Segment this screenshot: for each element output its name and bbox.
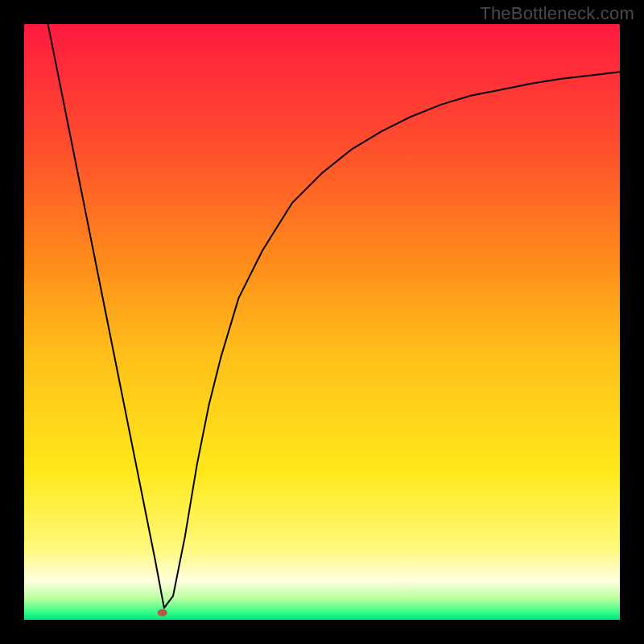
chart-svg (24, 24, 620, 620)
watermark-text: TheBottleneck.com (480, 3, 634, 24)
minimum-marker (158, 609, 167, 617)
plot-area (24, 24, 620, 620)
chart-frame: TheBottleneck.com (0, 0, 644, 644)
gradient-background (24, 24, 620, 620)
